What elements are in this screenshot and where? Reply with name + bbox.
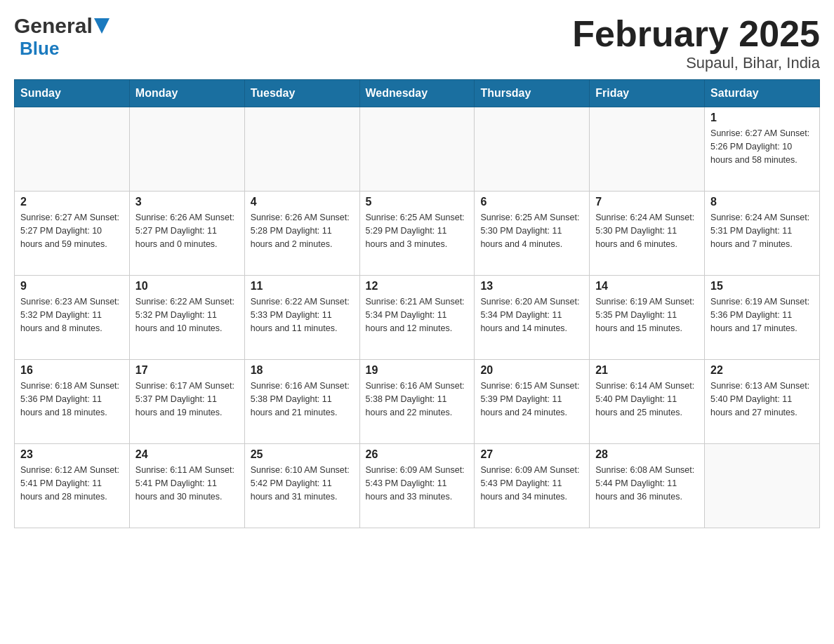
calendar-cell <box>705 444 820 528</box>
calendar-cell: 14Sunrise: 6:19 AM Sunset: 5:35 PM Dayli… <box>590 276 705 360</box>
calendar-cell <box>15 107 130 192</box>
day-number: 6 <box>480 196 583 208</box>
day-number: 3 <box>135 196 239 208</box>
calendar-table: SundayMondayTuesdayWednesdayThursdayFrid… <box>14 79 820 528</box>
weekday-header-wednesday: Wednesday <box>359 80 475 107</box>
day-info: Sunrise: 6:26 AM Sunset: 5:28 PM Dayligh… <box>251 211 354 250</box>
day-info: Sunrise: 6:19 AM Sunset: 5:35 PM Dayligh… <box>595 295 699 335</box>
calendar-cell: 9Sunrise: 6:23 AM Sunset: 5:32 PM Daylig… <box>15 276 130 360</box>
day-number: 27 <box>480 448 583 461</box>
page-title: February 2025 <box>572 14 820 54</box>
calendar-cell: 28Sunrise: 6:08 AM Sunset: 5:44 PM Dayli… <box>590 444 705 528</box>
calendar-cell: 15Sunrise: 6:19 AM Sunset: 5:36 PM Dayli… <box>705 276 820 360</box>
day-info: Sunrise: 6:25 AM Sunset: 5:29 PM Dayligh… <box>366 211 469 250</box>
calendar-cell: 4Sunrise: 6:26 AM Sunset: 5:28 PM Daylig… <box>244 192 359 276</box>
day-info: Sunrise: 6:20 AM Sunset: 5:34 PM Dayligh… <box>480 295 583 335</box>
calendar-cell: 5Sunrise: 6:25 AM Sunset: 5:29 PM Daylig… <box>359 192 475 276</box>
day-info: Sunrise: 6:11 AM Sunset: 5:41 PM Dayligh… <box>135 464 239 503</box>
day-number: 14 <box>595 280 699 293</box>
day-info: Sunrise: 6:12 AM Sunset: 5:41 PM Dayligh… <box>20 464 124 503</box>
calendar-cell: 8Sunrise: 6:24 AM Sunset: 5:31 PM Daylig… <box>705 192 820 276</box>
weekday-header-row: SundayMondayTuesdayWednesdayThursdayFrid… <box>15 80 820 107</box>
logo-arrow-icon <box>94 18 110 34</box>
day-number: 8 <box>710 196 814 208</box>
day-info: Sunrise: 6:15 AM Sunset: 5:39 PM Dayligh… <box>480 380 583 419</box>
day-number: 17 <box>135 364 239 377</box>
day-info: Sunrise: 6:17 AM Sunset: 5:37 PM Dayligh… <box>135 380 239 419</box>
weekday-header-monday: Monday <box>129 80 244 107</box>
page-subtitle: Supaul, Bihar, India <box>572 54 820 72</box>
day-info: Sunrise: 6:24 AM Sunset: 5:31 PM Dayligh… <box>710 211 814 250</box>
day-info: Sunrise: 6:27 AM Sunset: 5:26 PM Dayligh… <box>710 127 814 166</box>
calendar-cell: 25Sunrise: 6:10 AM Sunset: 5:42 PM Dayli… <box>244 444 359 528</box>
page-header: General Blue February 2025 Supaul, Bihar… <box>14 14 820 72</box>
day-info: Sunrise: 6:26 AM Sunset: 5:27 PM Dayligh… <box>135 211 239 250</box>
day-number: 4 <box>251 196 354 208</box>
calendar-cell: 18Sunrise: 6:16 AM Sunset: 5:38 PM Dayli… <box>244 360 359 444</box>
calendar-cell: 3Sunrise: 6:26 AM Sunset: 5:27 PM Daylig… <box>129 192 244 276</box>
calendar-cell: 13Sunrise: 6:20 AM Sunset: 5:34 PM Dayli… <box>475 276 590 360</box>
day-info: Sunrise: 6:13 AM Sunset: 5:40 PM Dayligh… <box>710 380 814 419</box>
day-number: 18 <box>251 364 354 377</box>
day-info: Sunrise: 6:18 AM Sunset: 5:36 PM Dayligh… <box>20 380 124 419</box>
day-number: 19 <box>366 364 469 377</box>
day-info: Sunrise: 6:23 AM Sunset: 5:32 PM Dayligh… <box>20 295 124 335</box>
day-number: 24 <box>135 448 239 461</box>
calendar-cell <box>244 107 359 192</box>
day-info: Sunrise: 6:09 AM Sunset: 5:43 PM Dayligh… <box>366 464 469 503</box>
weekday-header-tuesday: Tuesday <box>244 80 359 107</box>
calendar-cell: 26Sunrise: 6:09 AM Sunset: 5:43 PM Dayli… <box>359 444 475 528</box>
title-area: February 2025 Supaul, Bihar, India <box>572 14 820 72</box>
calendar-cell: 12Sunrise: 6:21 AM Sunset: 5:34 PM Dayli… <box>359 276 475 360</box>
day-info: Sunrise: 6:21 AM Sunset: 5:34 PM Dayligh… <box>366 295 469 335</box>
day-info: Sunrise: 6:27 AM Sunset: 5:27 PM Dayligh… <box>20 211 124 250</box>
calendar-cell: 23Sunrise: 6:12 AM Sunset: 5:41 PM Dayli… <box>15 444 130 528</box>
weekday-header-sunday: Sunday <box>15 80 130 107</box>
day-info: Sunrise: 6:22 AM Sunset: 5:33 PM Dayligh… <box>251 295 354 335</box>
calendar-cell: 20Sunrise: 6:15 AM Sunset: 5:39 PM Dayli… <box>475 360 590 444</box>
day-number: 9 <box>20 280 124 293</box>
calendar-cell: 2Sunrise: 6:27 AM Sunset: 5:27 PM Daylig… <box>15 192 130 276</box>
calendar-week-4: 16Sunrise: 6:18 AM Sunset: 5:36 PM Dayli… <box>15 360 820 444</box>
calendar-cell: 19Sunrise: 6:16 AM Sunset: 5:38 PM Dayli… <box>359 360 475 444</box>
calendar-header: SundayMondayTuesdayWednesdayThursdayFrid… <box>15 80 820 107</box>
calendar-cell: 27Sunrise: 6:09 AM Sunset: 5:43 PM Dayli… <box>475 444 590 528</box>
calendar-cell: 1Sunrise: 6:27 AM Sunset: 5:26 PM Daylig… <box>705 107 820 192</box>
day-number: 22 <box>710 364 814 377</box>
calendar-body: 1Sunrise: 6:27 AM Sunset: 5:26 PM Daylig… <box>15 107 820 528</box>
day-info: Sunrise: 6:22 AM Sunset: 5:32 PM Dayligh… <box>135 295 239 335</box>
calendar-week-1: 1Sunrise: 6:27 AM Sunset: 5:26 PM Daylig… <box>15 107 820 192</box>
calendar-week-2: 2Sunrise: 6:27 AM Sunset: 5:27 PM Daylig… <box>15 192 820 276</box>
day-info: Sunrise: 6:14 AM Sunset: 5:40 PM Dayligh… <box>595 380 699 419</box>
day-number: 11 <box>251 280 354 293</box>
calendar-week-3: 9Sunrise: 6:23 AM Sunset: 5:32 PM Daylig… <box>15 276 820 360</box>
day-number: 2 <box>20 196 124 208</box>
calendar-cell: 22Sunrise: 6:13 AM Sunset: 5:40 PM Dayli… <box>705 360 820 444</box>
day-number: 21 <box>595 364 699 377</box>
calendar-cell <box>590 107 705 192</box>
svg-marker-0 <box>94 18 110 34</box>
day-number: 16 <box>20 364 124 377</box>
logo: General Blue <box>14 14 110 60</box>
day-number: 13 <box>480 280 583 293</box>
day-info: Sunrise: 6:10 AM Sunset: 5:42 PM Dayligh… <box>251 464 354 503</box>
calendar-cell: 7Sunrise: 6:24 AM Sunset: 5:30 PM Daylig… <box>590 192 705 276</box>
day-number: 1 <box>710 112 814 124</box>
day-number: 15 <box>710 280 814 293</box>
weekday-header-thursday: Thursday <box>475 80 590 107</box>
day-info: Sunrise: 6:19 AM Sunset: 5:36 PM Dayligh… <box>710 295 814 335</box>
day-number: 12 <box>366 280 469 293</box>
day-number: 25 <box>251 448 354 461</box>
day-info: Sunrise: 6:24 AM Sunset: 5:30 PM Dayligh… <box>595 211 699 250</box>
calendar-cell: 10Sunrise: 6:22 AM Sunset: 5:32 PM Dayli… <box>129 276 244 360</box>
day-number: 28 <box>595 448 699 461</box>
day-number: 20 <box>480 364 583 377</box>
logo-general-text: General <box>14 14 93 38</box>
calendar-cell <box>129 107 244 192</box>
calendar-week-5: 23Sunrise: 6:12 AM Sunset: 5:41 PM Dayli… <box>15 444 820 528</box>
day-number: 23 <box>20 448 124 461</box>
day-number: 26 <box>366 448 469 461</box>
day-info: Sunrise: 6:08 AM Sunset: 5:44 PM Dayligh… <box>595 464 699 503</box>
weekday-header-friday: Friday <box>590 80 705 107</box>
calendar-cell: 21Sunrise: 6:14 AM Sunset: 5:40 PM Dayli… <box>590 360 705 444</box>
